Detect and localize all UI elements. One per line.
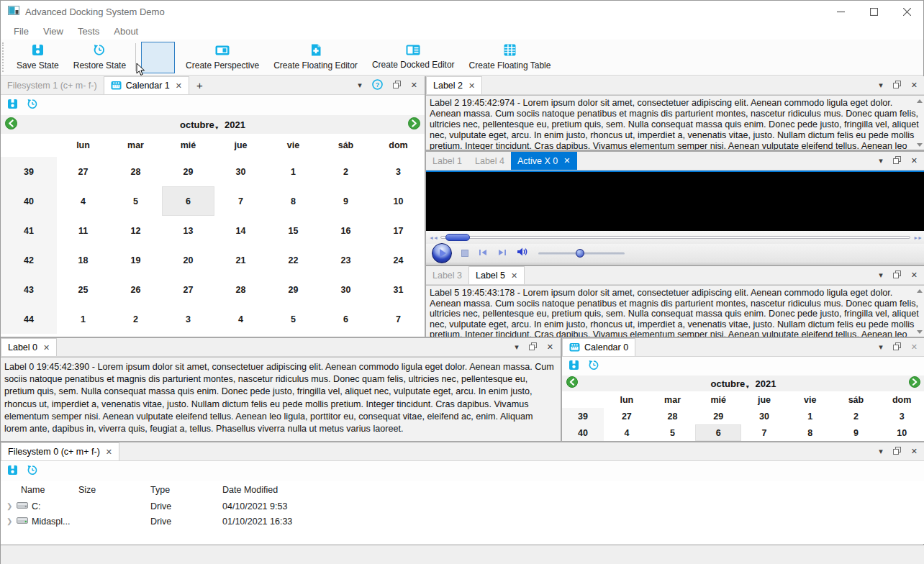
maximize-button[interactable] (857, 1, 890, 22)
volume-icon[interactable] (517, 247, 529, 260)
create-docked-editor-button[interactable]: Create Docked Editor (365, 40, 462, 75)
tab-filesystem1[interactable]: Filesystem 1 (c+ m- f-) (1, 76, 104, 94)
close-tab-icon[interactable]: ✕ (563, 156, 570, 165)
scroll-down-icon[interactable] (917, 330, 923, 334)
undock-icon[interactable] (529, 342, 537, 352)
scroll-up-icon[interactable] (917, 99, 923, 103)
create-floating-editor-button[interactable]: Create Floating Editor (266, 40, 365, 75)
undock-icon[interactable] (893, 342, 901, 352)
scroll-down-icon[interactable] (917, 143, 923, 147)
close-button[interactable] (890, 1, 923, 22)
close-tab-icon[interactable]: ✕ (468, 81, 475, 91)
day-cell[interactable]: 7 (372, 304, 425, 334)
close-panel-icon[interactable]: ✕ (911, 157, 918, 165)
day-cell[interactable]: 27 (604, 408, 650, 424)
stop-button[interactable] (461, 250, 468, 257)
day-cell[interactable]: 3 (162, 304, 214, 334)
close-panel-icon[interactable]: ✕ (911, 81, 918, 89)
tab-calendar0[interactable]: Calendar 0 (562, 338, 635, 356)
toolbar-drag-handle[interactable] (2, 42, 8, 72)
dock-menu-icon[interactable]: ▾ (879, 447, 883, 455)
volume-slider[interactable] (538, 253, 625, 255)
table-row[interactable]: ❯C:Drive04/10/2021 9:53 (1, 499, 924, 514)
restore-state-button[interactable]: Restore State (66, 40, 133, 75)
day-cell[interactable]: 8 (787, 424, 833, 441)
dock-menu-icon[interactable]: ▾ (515, 343, 519, 351)
save-icon[interactable] (7, 465, 18, 478)
selected-day-cell[interactable]: 6 (162, 186, 214, 216)
column-type[interactable]: Type (150, 485, 222, 495)
day-cell[interactable]: 1 (57, 304, 109, 334)
day-cell[interactable]: 9 (833, 424, 879, 441)
selected-day-cell[interactable]: 6 (695, 424, 741, 441)
column-size[interactable]: Size (78, 485, 150, 495)
day-cell[interactable]: 17 (372, 216, 425, 245)
tab-activex0[interactable]: Active X 0✕ (511, 152, 577, 170)
day-cell[interactable]: 3 (372, 157, 425, 186)
day-cell[interactable]: 29 (162, 157, 214, 186)
restore-icon[interactable] (588, 360, 599, 373)
perspective-combobox[interactable] (141, 42, 175, 73)
add-tab-button[interactable]: + (189, 76, 210, 94)
dock-menu-icon[interactable]: ▾ (879, 157, 883, 165)
dock-menu-icon[interactable]: ▾ (879, 81, 883, 89)
minimize-button[interactable] (824, 1, 857, 22)
day-cell[interactable]: 20 (162, 245, 214, 275)
day-cell[interactable]: 1 (787, 408, 833, 424)
day-cell[interactable]: 28 (650, 408, 696, 424)
close-tab-icon[interactable]: ✕ (511, 271, 517, 281)
rewind-icon[interactable]: ◄◄ (429, 235, 438, 240)
undock-icon[interactable] (893, 81, 901, 90)
column-date-modified[interactable]: Date Modified (222, 485, 366, 495)
day-cell[interactable]: 10 (879, 424, 924, 441)
tab-label0[interactable]: Label 0✕ (1, 338, 57, 356)
day-cell[interactable]: 22 (267, 245, 320, 275)
expand-chevron-icon[interactable]: ❯ (6, 517, 17, 525)
undock-icon[interactable] (893, 447, 901, 456)
volume-knob[interactable] (576, 249, 584, 258)
undock-icon[interactable] (393, 81, 401, 90)
day-cell[interactable]: 9 (320, 186, 372, 216)
seek-track[interactable] (440, 236, 910, 239)
menu-about[interactable]: About (107, 26, 145, 37)
help-icon[interactable]: ? (372, 79, 383, 91)
tab-label4[interactable]: Label 4 (468, 152, 511, 170)
fast-forward-icon[interactable]: ►► (913, 235, 922, 240)
next-button[interactable] (497, 247, 507, 260)
day-cell[interactable]: 14 (214, 216, 267, 245)
day-cell[interactable]: 6 (320, 304, 372, 334)
day-cell[interactable]: 18 (57, 245, 109, 275)
close-panel-icon[interactable]: ✕ (411, 81, 417, 89)
create-floating-table-button[interactable]: Create Floating Table (462, 40, 558, 75)
day-cell[interactable]: 5 (109, 186, 162, 216)
restore-icon[interactable] (27, 465, 38, 478)
close-panel-icon[interactable]: ✕ (911, 447, 918, 455)
day-cell[interactable]: 21 (214, 245, 267, 275)
tab-label1[interactable]: Label 1 (426, 152, 468, 170)
day-cell[interactable]: 29 (695, 408, 741, 424)
close-panel-icon[interactable]: ✕ (911, 343, 918, 351)
day-cell[interactable]: 4 (214, 304, 267, 334)
column-name[interactable]: Name (1, 485, 78, 495)
day-cell[interactable]: 2 (109, 304, 162, 334)
calendar1-month-year[interactable]: octubre▼ 2021 (1, 119, 425, 130)
menu-file[interactable]: File (6, 26, 36, 37)
tab-label3[interactable]: Label 3 (426, 266, 468, 284)
undock-icon[interactable] (893, 156, 901, 165)
undock-icon[interactable] (893, 270, 901, 280)
day-cell[interactable]: 28 (109, 157, 162, 186)
close-panel-icon[interactable]: ✕ (547, 343, 553, 351)
expand-chevron-icon[interactable]: ❯ (6, 502, 17, 510)
tab-filesystem0[interactable]: Filesystem 0 (c+ m+ f-)✕ (1, 442, 119, 460)
close-tab-icon[interactable]: ✕ (106, 447, 112, 457)
day-cell[interactable]: 11 (57, 216, 109, 245)
day-cell[interactable]: 12 (109, 216, 162, 245)
day-cell[interactable]: 7 (214, 186, 267, 216)
day-cell[interactable]: 1 (267, 157, 320, 186)
menu-tests[interactable]: Tests (71, 26, 107, 37)
day-cell[interactable]: 27 (162, 275, 214, 304)
day-cell[interactable]: 2 (833, 408, 879, 424)
day-cell[interactable]: 30 (320, 275, 372, 304)
day-cell[interactable]: 31 (372, 275, 425, 304)
restore-icon[interactable] (27, 99, 38, 112)
